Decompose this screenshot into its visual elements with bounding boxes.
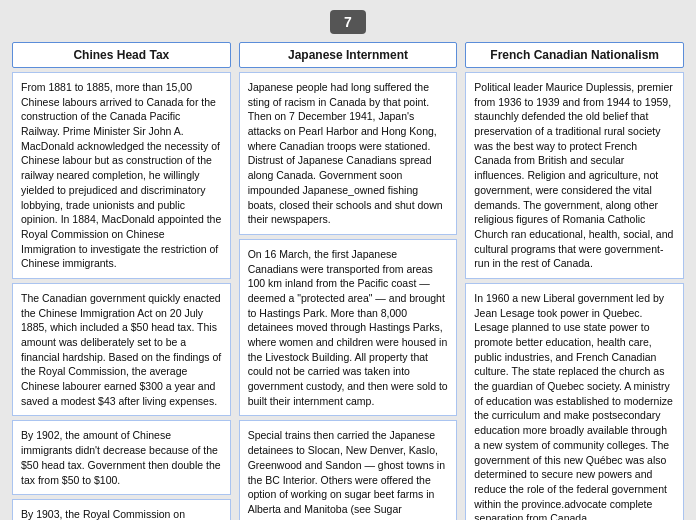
content-text-chinese-head-tax-0: From 1881 to 1885, more than 15,00 Chine… [21, 80, 222, 271]
content-text-japanese-internment-0: Japanese people had long suffered the st… [248, 80, 449, 227]
content-block-japanese-internment-1: On 16 March, the first Japanese Canadian… [239, 239, 458, 417]
column-french-canadian-nationalism: French Canadian NationalismPolitical lea… [465, 42, 684, 520]
column-chinese-head-tax: Chines Head TaxFrom 1881 to 1885, more t… [12, 42, 231, 520]
content-text-japanese-internment-1: On 16 March, the first Japanese Canadian… [248, 247, 449, 409]
content-block-chinese-head-tax-0: From 1881 to 1885, more than 15,00 Chine… [12, 72, 231, 279]
top-bar: 7 [0, 0, 696, 42]
column-header-french-canadian-nationalism: French Canadian Nationalism [465, 42, 684, 68]
content-block-japanese-internment-2: Special trains then carried the Japanese… [239, 420, 458, 520]
step-badge: 7 [330, 10, 366, 34]
column-header-chinese-head-tax: Chines Head Tax [12, 42, 231, 68]
content-text-chinese-head-tax-1: The Canadian government quickly enacted … [21, 291, 222, 409]
content-block-chinese-head-tax-3: By 1903, the Royal Commission on Chinese… [12, 499, 231, 520]
content-block-japanese-internment-0: Japanese people had long suffered the st… [239, 72, 458, 235]
column-header-japanese-internment: Japanese Internment [239, 42, 458, 68]
content-text-japanese-internment-2: Special trains then carried the Japanese… [248, 428, 449, 520]
content-text-chinese-head-tax-3: By 1903, the Royal Commission on Chinese… [21, 507, 222, 520]
content-text-french-canadian-nationalism-0: Political leader Maurice Duplessis, prem… [474, 80, 675, 271]
content-block-chinese-head-tax-1: The Canadian government quickly enacted … [12, 283, 231, 417]
content-text-chinese-head-tax-2: By 1902, the amount of Chinese immigrant… [21, 428, 222, 487]
content-block-chinese-head-tax-2: By 1902, the amount of Chinese immigrant… [12, 420, 231, 495]
content-text-french-canadian-nationalism-1: In 1960 a new Liberal government led by … [474, 291, 675, 520]
content-block-french-canadian-nationalism-1: In 1960 a new Liberal government led by … [465, 283, 684, 520]
column-japanese-internment: Japanese InternmentJapanese people had l… [239, 42, 458, 520]
columns-container: Chines Head TaxFrom 1881 to 1885, more t… [0, 42, 696, 520]
content-block-french-canadian-nationalism-0: Political leader Maurice Duplessis, prem… [465, 72, 684, 279]
